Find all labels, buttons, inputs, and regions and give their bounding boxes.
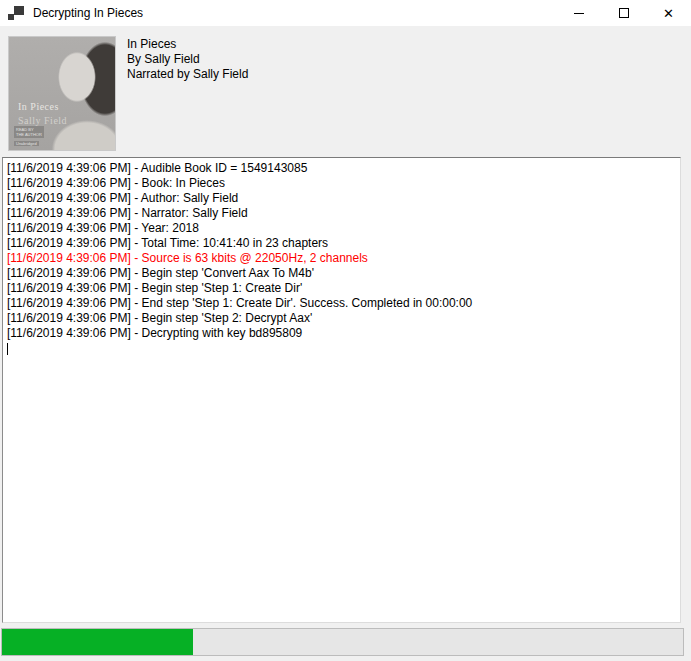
log-line: [11/6/2019 4:39:06 PM] - Audible Book ID… bbox=[7, 161, 676, 176]
log-line: [11/6/2019 4:39:06 PM] - Narrator: Sally… bbox=[7, 206, 676, 221]
app-icon bbox=[8, 6, 24, 20]
minimize-icon bbox=[574, 13, 584, 14]
log-line: [11/6/2019 4:39:06 PM] - Year: 2018 bbox=[7, 221, 676, 236]
log-line: [11/6/2019 4:39:06 PM] - End step 'Step … bbox=[7, 296, 676, 311]
book-title: In Pieces bbox=[127, 37, 248, 52]
log-line: [11/6/2019 4:39:06 PM] - Author: Sally F… bbox=[7, 191, 676, 206]
log-line: [11/6/2019 4:39:06 PM] - Total Time: 10:… bbox=[7, 236, 676, 251]
log-line: [11/6/2019 4:39:06 PM] - Book: In Pieces bbox=[7, 176, 676, 191]
cover-read-by-badge: READ BY THE AUTHOR bbox=[14, 126, 44, 138]
cover-author-text: Sally Field bbox=[18, 115, 67, 126]
title-bar: Decrypting In Pieces ✕ bbox=[0, 0, 691, 26]
close-icon: ✕ bbox=[663, 7, 674, 20]
text-caret bbox=[7, 343, 8, 355]
log-line: [11/6/2019 4:39:06 PM] - Begin step 'Con… bbox=[7, 266, 676, 281]
minimize-button[interactable] bbox=[556, 0, 601, 26]
cover-title-text: In Pieces bbox=[18, 101, 59, 112]
app-icon-square-small bbox=[8, 14, 14, 20]
log-line: [11/6/2019 4:39:06 PM] - Begin step 'Ste… bbox=[7, 311, 676, 326]
progress-bar-fill bbox=[2, 629, 193, 655]
log-output[interactable]: [11/6/2019 4:39:06 PM] - Audible Book ID… bbox=[2, 157, 681, 623]
close-button[interactable]: ✕ bbox=[646, 0, 691, 26]
text-caret-line bbox=[7, 341, 676, 356]
book-author: By Sally Field bbox=[127, 52, 248, 67]
log-line: [11/6/2019 4:39:06 PM] - Decrypting with… bbox=[7, 326, 676, 341]
book-cover-image: In Pieces Sally Field READ BY THE AUTHOR… bbox=[8, 36, 116, 151]
window-title: Decrypting In Pieces bbox=[33, 6, 143, 20]
book-info: In Pieces By Sally Field Narrated by Sal… bbox=[127, 37, 248, 82]
maximize-icon bbox=[619, 8, 629, 18]
cover-edition-badge: Unabridged bbox=[14, 141, 39, 146]
app-window: Decrypting In Pieces ✕ In Pieces Sally F… bbox=[0, 0, 691, 661]
caption-buttons: ✕ bbox=[556, 0, 691, 26]
log-line: [11/6/2019 4:39:06 PM] - Begin step 'Ste… bbox=[7, 281, 676, 296]
app-icon-square-large bbox=[14, 6, 24, 15]
progress-bar bbox=[1, 628, 684, 656]
book-narrator: Narrated by Sally Field bbox=[127, 67, 248, 82]
log-line: [11/6/2019 4:39:06 PM] - Source is 63 kb… bbox=[7, 251, 676, 266]
maximize-button[interactable] bbox=[601, 0, 646, 26]
